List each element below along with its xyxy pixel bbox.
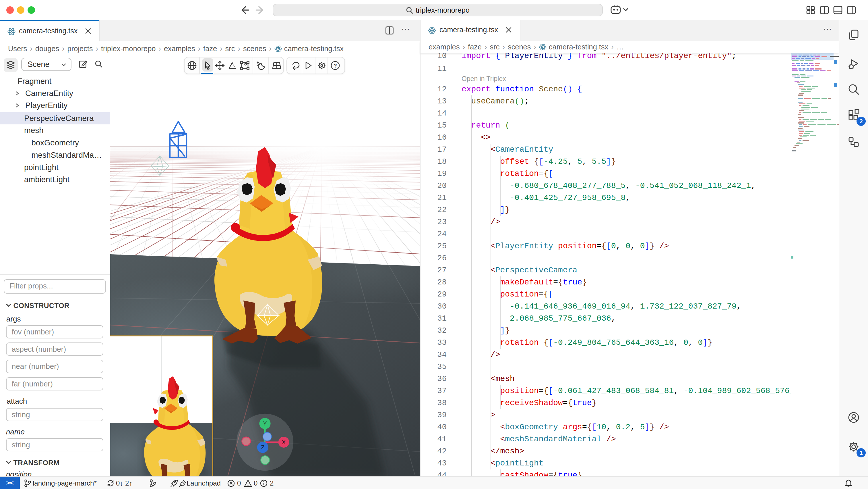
svg-text:X: X <box>282 439 286 445</box>
svg-text:Z: Z <box>261 444 265 451</box>
svg-text:?: ? <box>334 62 337 68</box>
svg-text:Y: Y <box>263 420 267 427</box>
